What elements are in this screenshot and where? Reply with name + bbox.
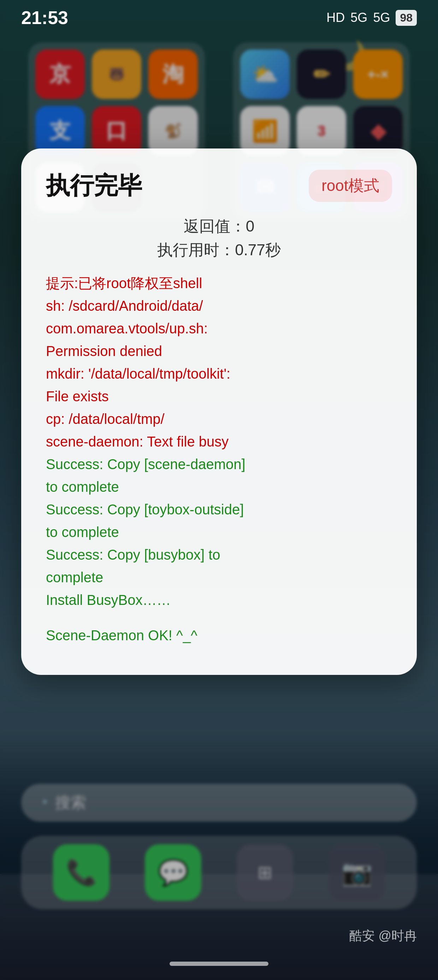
output-line-8: Install BusyBox…… — [46, 589, 392, 611]
home-indicator — [170, 962, 268, 966]
status-bar: 21:53 HD 5G 5G 98 — [0, 0, 438, 35]
modal-dialog: 执行完毕 root模式 返回值：0 执行用时：0.77秒 提示:已将root降权… — [21, 148, 417, 675]
output-line-7: Success: Copy [busybox] tocomplete — [46, 543, 392, 589]
battery-level: 98 — [400, 11, 413, 24]
signal1-icon: 5G — [351, 10, 367, 25]
exec-time: 执行用时：0.77秒 — [46, 240, 392, 261]
modal-output: 提示:已将root降权至shell sh: /sdcard/Android/da… — [46, 272, 392, 647]
output-line-3: mkdir: '/data/local/tmp/toolkit':File ex… — [46, 363, 392, 407]
watermark: 酷安 @时冉 — [349, 928, 417, 945]
output-line-5: Success: Copy [scene-daemon]to complete — [46, 453, 392, 498]
hd-icon: HD — [326, 10, 345, 25]
battery-icon: 98 — [396, 10, 417, 26]
modal-meta: 返回值：0 执行用时：0.77秒 — [46, 216, 392, 261]
output-line-9: Scene-Daemon OK! ^_^ — [46, 624, 392, 647]
modal-title: 执行完毕 — [46, 170, 142, 202]
modal-header: 执行完毕 root模式 — [46, 170, 392, 202]
output-line-1: 提示:已将root降权至shell — [46, 272, 392, 294]
signal2-icon: 5G — [373, 10, 390, 25]
root-badge: root模式 — [309, 170, 392, 202]
output-line-2: sh: /sdcard/Android/data/com.omarea.vtoo… — [46, 294, 392, 363]
return-value: 返回值：0 — [46, 216, 392, 237]
output-line-4: cp: /data/local/tmp/scene-daemon: Text f… — [46, 407, 392, 453]
output-blank — [46, 611, 392, 624]
status-icons: HD 5G 5G 98 — [326, 10, 417, 26]
status-time: 21:53 — [21, 7, 68, 28]
output-line-6: Success: Copy [toybox-outside]to complet… — [46, 498, 392, 543]
